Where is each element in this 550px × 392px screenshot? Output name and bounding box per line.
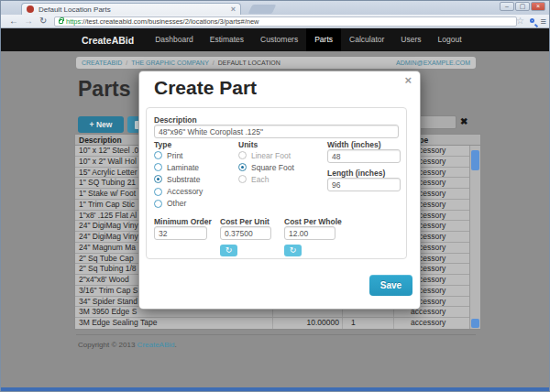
url-text: ://test.createabid.com/businesses/2/loca… xyxy=(81,17,258,26)
radio-label: Linear Foot xyxy=(251,151,291,160)
nav-item-users[interactable]: Users xyxy=(392,28,429,51)
radio-label: Each xyxy=(251,175,269,184)
page-viewport: CreateABid DashboardEstimatesCustomersPa… xyxy=(1,28,549,389)
refresh-cost-per-whole-icon[interactable]: ↻ xyxy=(284,245,302,256)
radio-laminate[interactable]: Laminate xyxy=(154,161,238,173)
browser-window: Default Location Parts × – ▢ × ← → ↻ htt… xyxy=(0,0,550,392)
breadcrumb-item: DEFAULT LOCATION xyxy=(218,60,280,66)
create-part-modal: × Create Part Description Type PrintLami… xyxy=(138,71,421,310)
cost-per-whole-field[interactable] xyxy=(284,226,336,240)
radio-button-icon[interactable] xyxy=(154,188,162,196)
maximize-icon[interactable]: ▢ xyxy=(515,2,530,11)
radio-button-icon[interactable] xyxy=(154,163,162,171)
browser-titlebar: Default Location Parts × – ▢ × xyxy=(1,1,549,15)
nav-items: DashboardEstimatesCustomersPartsCalculat… xyxy=(147,28,469,51)
breadcrumb-separator: / xyxy=(213,60,214,66)
nav-item-dashboard[interactable]: Dashboard xyxy=(147,28,202,51)
copyright-text: Copyright © 2013 xyxy=(78,341,138,349)
radio-label: Accessory xyxy=(167,187,203,196)
minimum-order-field[interactable] xyxy=(154,226,207,240)
refresh-cost-per-unit-icon[interactable]: ↻ xyxy=(220,245,237,256)
breadcrumb: CREATEABID/THE GRAPHIC COMPANY/DEFAULT L… xyxy=(76,57,476,69)
bookmark-star-icon[interactable]: ☆ xyxy=(516,16,524,26)
radio-substrate[interactable]: Substrate xyxy=(154,173,238,185)
type-label: Type xyxy=(154,140,171,149)
browser-toolbar: ← → ↻ https ://test.createabid.com/busin… xyxy=(1,15,549,28)
length-label: Length (inches) xyxy=(327,169,385,178)
window-bottom-frame xyxy=(1,387,549,391)
nav-item-parts[interactable]: Parts xyxy=(306,28,341,51)
radio-label: Laminate xyxy=(167,163,199,172)
radio-button-icon[interactable] xyxy=(154,151,162,159)
radio-linear-foot: Linear Foot xyxy=(238,149,323,161)
browser-menu-icon[interactable]: ≡ xyxy=(541,16,546,27)
nav-item-logout[interactable]: Logout xyxy=(430,28,470,51)
radio-label: Substrate xyxy=(167,175,200,184)
tab-close-icon[interactable]: × xyxy=(231,5,236,14)
breadcrumb-item[interactable]: CREATEABID xyxy=(82,60,122,66)
radio-button-icon[interactable] xyxy=(154,200,162,208)
scrollbar-thumb[interactable] xyxy=(471,150,479,170)
breadcrumb-items: CREATEABID/THE GRAPHIC COMPANY/DEFAULT L… xyxy=(82,60,280,66)
cost-per-unit-field[interactable] xyxy=(220,226,271,240)
cell-description: 3M Edge Sealing Tape xyxy=(75,318,273,329)
padlock-icon xyxy=(59,19,63,24)
new-part-button[interactable]: + New xyxy=(78,116,124,133)
favicon xyxy=(27,5,34,13)
description-label: Description xyxy=(154,115,197,125)
modal-title: Create Part xyxy=(154,77,257,99)
radio-accessory[interactable]: Accessory xyxy=(154,186,238,198)
radio-print[interactable]: Print xyxy=(154,149,238,161)
footer-period: . xyxy=(175,341,177,349)
user-email-link[interactable]: ADMIN@EXAMPLE.COM xyxy=(396,60,470,66)
radio-button-icon xyxy=(238,151,247,159)
url-bar[interactable]: https ://test.createabid.com/businesses/… xyxy=(54,16,517,27)
footer: Copyright © 2013 CreateABid. xyxy=(78,341,177,349)
forward-icon[interactable]: → xyxy=(24,16,33,26)
table-scrollbar[interactable] xyxy=(469,146,480,329)
new-tab-button[interactable] xyxy=(248,5,277,14)
url-scheme: https xyxy=(66,17,81,26)
modal-close-icon[interactable]: × xyxy=(404,73,412,87)
units-radio-group: Linear FootSquare FootEach xyxy=(238,149,323,186)
width-field[interactable] xyxy=(327,149,401,163)
cost-per-whole-label: Cost Per Whole xyxy=(284,217,342,226)
table-row[interactable]: 3M Edge Sealing Tape10.000001accessory xyxy=(75,318,480,329)
units-label: Units xyxy=(238,140,258,149)
footer-divider xyxy=(76,334,476,335)
width-label: Width (inches) xyxy=(327,140,380,149)
radio-other[interactable]: Other xyxy=(154,198,238,210)
close-window-icon[interactable]: × xyxy=(531,2,545,11)
radio-button-icon[interactable] xyxy=(238,163,247,171)
radio-square-foot[interactable]: Square Foot xyxy=(238,161,323,173)
cell-type: accessory xyxy=(394,318,480,329)
breadcrumb-separator: / xyxy=(126,60,127,66)
radio-each: Each xyxy=(238,173,323,185)
radio-label: Print xyxy=(167,151,182,160)
nav-item-estimates[interactable]: Estimates xyxy=(202,28,252,51)
footer-brand-link[interactable]: CreateABid xyxy=(138,341,175,349)
radio-button-icon xyxy=(238,175,247,183)
cell-qty: 1 xyxy=(343,318,394,329)
length-field[interactable] xyxy=(327,178,401,191)
reload-icon[interactable]: ↻ xyxy=(39,16,47,26)
search-extension-icon[interactable] xyxy=(530,18,534,23)
brand-logo[interactable]: CreateABid xyxy=(82,35,134,46)
nav-item-customers[interactable]: Customers xyxy=(252,28,306,51)
description-field[interactable] xyxy=(154,125,399,138)
back-icon[interactable]: ← xyxy=(9,16,18,26)
scrollbar-bottom-button[interactable] xyxy=(471,319,479,328)
nav-item-calculator[interactable]: Calculator xyxy=(341,28,392,51)
type-radio-group: PrintLaminateSubstrateAccessoryOther xyxy=(154,149,238,210)
cell-cost: 10.00000 xyxy=(273,318,343,329)
breadcrumb-item[interactable]: THE GRAPHIC COMPANY xyxy=(131,60,209,66)
radio-label: Other xyxy=(167,199,186,208)
minimize-icon[interactable]: – xyxy=(500,2,514,11)
cost-per-unit-label: Cost Per Unit xyxy=(220,217,270,226)
search-clear-icon[interactable]: ✖ xyxy=(460,116,468,126)
browser-tab[interactable]: Default Location Parts × xyxy=(21,3,241,15)
minimum-order-label: Minimum Order xyxy=(154,217,212,226)
window-controls: – ▢ × xyxy=(499,2,545,11)
radio-button-icon[interactable] xyxy=(154,175,162,183)
save-button[interactable]: Save xyxy=(369,275,412,296)
